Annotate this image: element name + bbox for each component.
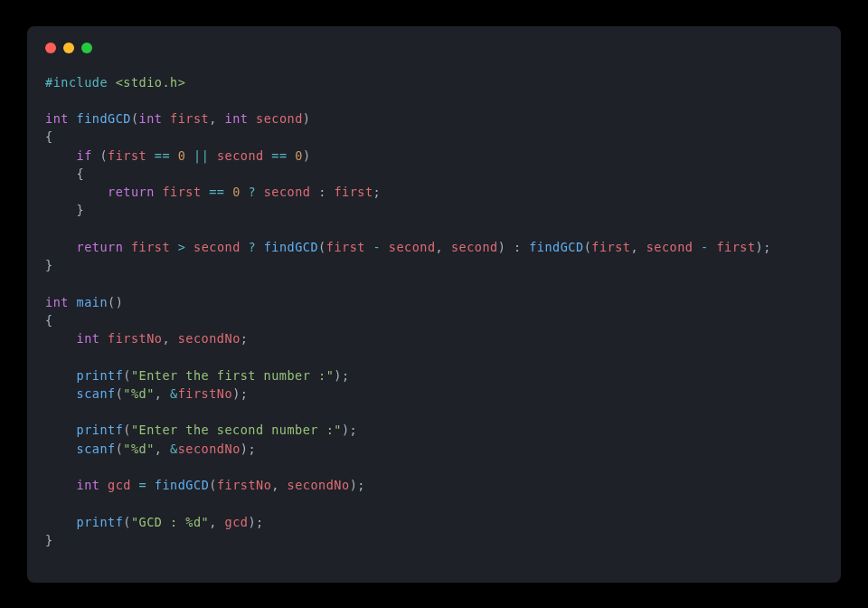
include-path: <stdio.h> [108, 75, 185, 90]
minimize-icon[interactable] [63, 43, 74, 53]
fn-findGCD: findGCD [77, 111, 131, 126]
fn-main: main [77, 295, 108, 309]
kw-return: return [108, 185, 155, 199]
editor-window: #include <stdio.h> int findGCD(int first… [27, 26, 841, 583]
preprocessor: #include [45, 75, 108, 90]
zoom-icon[interactable] [81, 43, 92, 53]
type-int: int [45, 111, 69, 126]
close-icon[interactable] [45, 43, 56, 53]
kw-if: if [77, 148, 92, 163]
fn-printf: printf [77, 368, 124, 383]
fn-scanf: scanf [77, 386, 116, 401]
titlebar [45, 43, 823, 53]
code-content: #include <stdio.h> int findGCD(int first… [45, 73, 823, 550]
